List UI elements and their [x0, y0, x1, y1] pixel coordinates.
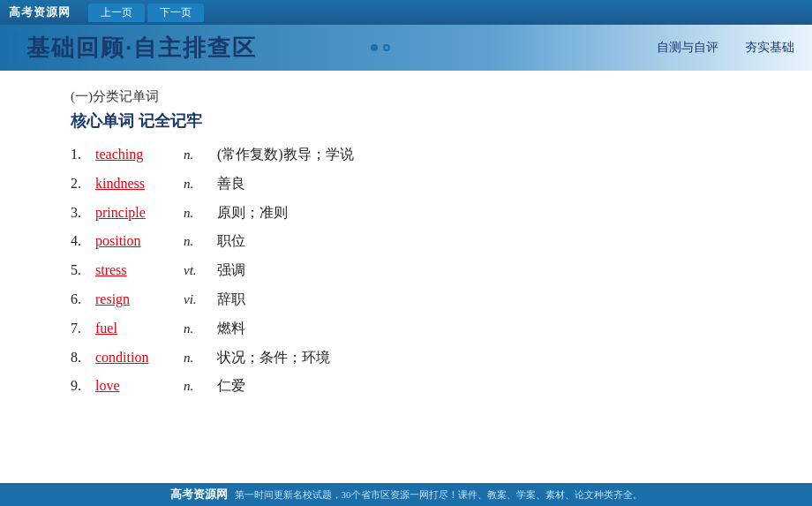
item-word: kindness — [95, 171, 184, 197]
item-pos: n. — [184, 172, 217, 196]
item-pos: n. — [184, 346, 217, 370]
item-pos: n. — [184, 230, 217, 253]
vocab-header: 核心单词 记全记牢 — [71, 110, 759, 132]
section-subtitle: (一)分类记单词 — [71, 88, 759, 105]
item-pos: n. — [184, 201, 217, 225]
item-pos: n. — [184, 374, 217, 398]
item-word: position — [95, 229, 184, 254]
item-word: fuel — [95, 316, 184, 342]
header-dots — [371, 44, 390, 51]
item-meaning: 强调 — [217, 258, 245, 283]
item-word: love — [95, 374, 184, 399]
list-item: 7. fuel n. 燃料 — [71, 316, 759, 342]
item-pos: vt. — [184, 259, 217, 283]
item-pos: n. — [184, 317, 217, 341]
item-number: 4. — [71, 229, 95, 254]
item-meaning: 仁爱 — [217, 374, 245, 399]
list-item: 1. teaching n. (常作复数)教导；学说 — [71, 142, 759, 168]
label-solid-foundation: 夯实基础 — [745, 40, 794, 56]
header-right-labels: 自测与自评 夯实基础 — [657, 40, 794, 56]
list-item: 8. condition n. 状况；条件；环境 — [71, 345, 759, 371]
item-number: 2. — [71, 171, 95, 197]
item-number: 5. — [71, 258, 95, 283]
item-pos: vi. — [184, 288, 217, 312]
bottom-bar: 高考资源网 第一时间更新名校试题，30个省市区资源一网打尽！课件、教案、学案、素… — [0, 483, 812, 506]
bottom-site-name: 高考资源网 — [170, 487, 228, 502]
item-meaning: 原则；准则 — [217, 200, 288, 226]
list-item: 4. position n. 职位 — [71, 229, 759, 254]
item-meaning: 燃料 — [217, 316, 245, 342]
item-number: 1. — [71, 142, 95, 168]
dot-filled — [371, 44, 378, 51]
list-item: 5. stress vt. 强调 — [71, 258, 759, 283]
bottom-bar-description: 第一时间更新名校试题，30个省市区资源一网打尽！课件、教案、学案、素材、论文种类… — [235, 488, 643, 502]
item-number: 6. — [71, 287, 95, 313]
item-number: 9. — [71, 374, 95, 399]
list-item: 3. principle n. 原则；准则 — [71, 200, 759, 226]
label-self-test: 自测与自评 — [657, 40, 718, 56]
item-pos: n. — [184, 143, 217, 167]
item-word: principle — [95, 200, 184, 226]
item-word: teaching — [95, 142, 184, 168]
item-word: stress — [95, 258, 184, 283]
item-meaning: (常作复数)教导；学说 — [217, 142, 354, 168]
list-item: 6. resign vi. 辞职 — [71, 287, 759, 313]
dot-hollow — [383, 44, 390, 51]
item-word: condition — [95, 345, 184, 371]
item-number: 7. — [71, 316, 95, 342]
nav-tabs: 上一页 下一页 — [88, 4, 207, 22]
site-logo: 高考资源网 — [9, 4, 71, 20]
next-tab[interactable]: 下一页 — [147, 4, 204, 22]
item-number: 8. — [71, 345, 95, 371]
top-navigation: 高考资源网 上一页 下一页 — [0, 0, 812, 25]
list-item: 9. love n. 仁爱 — [71, 374, 759, 399]
item-meaning: 辞职 — [217, 287, 245, 313]
prev-tab[interactable]: 上一页 — [88, 4, 145, 22]
item-meaning: 职位 — [217, 229, 245, 254]
page-title: 基础回顾·自主排查区 — [13, 33, 257, 64]
page-header: 基础回顾·自主排查区 自测与自评 夯实基础 — [0, 25, 812, 71]
item-number: 3. — [71, 200, 95, 226]
list-item: 2. kindness n. 善良 — [71, 171, 759, 197]
main-content: (一)分类记单词 核心单词 记全记牢 1. teaching n. (常作复数)… — [0, 71, 812, 417]
item-meaning: 善良 — [217, 171, 245, 197]
item-word: resign — [95, 287, 184, 313]
vocabulary-list: 1. teaching n. (常作复数)教导；学说 2. kindness n… — [71, 142, 759, 399]
item-meaning: 状况；条件；环境 — [217, 345, 330, 371]
